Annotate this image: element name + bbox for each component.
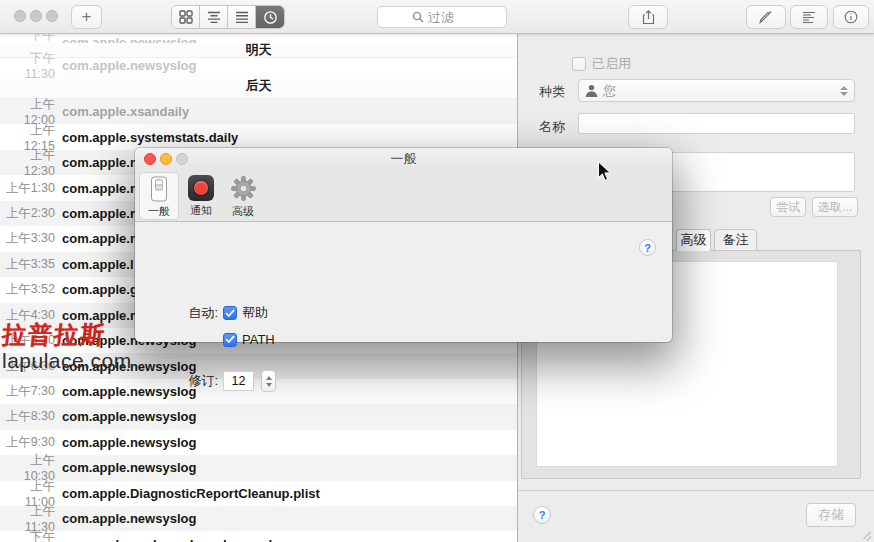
enabled-label: 已启用 [592, 55, 631, 73]
job-name: com.apple.appleseed.seedusaged [62, 537, 272, 542]
job-name: com.apple.g [62, 282, 138, 297]
job-name: com.apple.l [62, 257, 134, 272]
view-mode-segmented-control [171, 5, 285, 29]
share-icon [642, 10, 655, 25]
name-label: 名称 [539, 118, 565, 136]
app-window: + [0, 0, 874, 542]
section-header-day-after-tomorrow: 后天 [0, 73, 517, 99]
tab-general[interactable]: 一般 [139, 172, 179, 220]
job-name: com.apple.n [62, 308, 138, 323]
list-item[interactable]: 下午11:30 com.apple.newsyslog [0, 58, 517, 73]
resize-grip[interactable] [861, 529, 872, 540]
minimize-window-button[interactable] [30, 10, 42, 22]
job-name: com.apple.newsyslog [62, 511, 196, 526]
kind-label: 种类 [539, 83, 565, 101]
search-icon [412, 11, 424, 23]
light-switch-icon [150, 176, 168, 202]
list-item[interactable]: 上午11:30 com.apple.newsyslog [0, 506, 517, 531]
job-time: 下午12:00 [0, 529, 62, 542]
list-item[interactable]: 上午10:30 com.apple.newsyslog [0, 455, 517, 480]
tab-notifications[interactable]: 通知 [181, 172, 221, 220]
list-item[interactable]: 上午12:00 com.apple.xsandaily [0, 99, 517, 124]
job-time: 上午2:30 [0, 205, 62, 222]
revision-input[interactable]: 12 [223, 371, 254, 391]
path-checkbox-label: PATH [242, 332, 275, 347]
schedule-view-icon[interactable] [256, 6, 284, 28]
auto-label: 自动: [135, 304, 218, 322]
job-time: 上午6:30 [0, 358, 62, 375]
dialog-content: 自动: 帮助 PATH 修订: 12 [135, 222, 672, 342]
add-job-button[interactable]: + [71, 5, 102, 29]
tab-advanced[interactable]: 高级 [676, 229, 711, 251]
checkmark-icon [225, 309, 235, 318]
gear-icon [230, 175, 257, 202]
dialog-title-bar[interactable]: 一般 [135, 148, 672, 170]
enabled-checkbox[interactable] [572, 57, 586, 71]
panel-separator [518, 490, 874, 491]
job-name: com.apple.newsyslog [62, 409, 196, 424]
dialog-title: 一般 [391, 150, 417, 168]
list-item[interactable]: 上午11:00 com.apple.DiagnosticReportCleanu… [0, 481, 517, 506]
job-time: 上午1:30 [0, 180, 62, 197]
dialog-toolbar: 一般 通知 高级 [135, 170, 672, 222]
job-name: com.apple.newsyslog [62, 460, 196, 475]
job-time: 上午5:30 [0, 332, 62, 349]
zoom-window-button[interactable] [46, 10, 58, 22]
close-window-button[interactable] [14, 10, 26, 22]
list-centered-view-icon[interactable] [200, 6, 228, 28]
path-checkbox[interactable] [223, 333, 237, 347]
list-item[interactable]: 下午12:00 com.apple.appleseed.seedusaged [0, 531, 517, 542]
info-icon [844, 10, 858, 24]
dialog-zoom-button [176, 153, 188, 165]
job-name: com.apple.n [62, 181, 138, 196]
preferences-dialog: 一般 一般 通知 [135, 148, 672, 342]
job-name: com.apple.xsandaily [62, 104, 189, 119]
list-item[interactable]: 上午12:15 com.apple.systemstats.daily [0, 124, 517, 149]
section-header-tomorrow: 明天 [0, 43, 517, 58]
log-lines-icon [802, 11, 816, 24]
list-item[interactable]: 上午8:30 com.apple.newsyslog [0, 404, 517, 429]
job-name: com.apple.n [62, 155, 138, 170]
list-item[interactable]: 上午9:30 com.apple.newsyslog [0, 430, 517, 455]
save-button[interactable]: 存储 [806, 503, 856, 527]
kind-popup-button[interactable]: 您 [578, 79, 855, 102]
job-name: com.apple.systemstats.daily [62, 130, 238, 145]
job-name: com.apple.newsyslog [62, 435, 196, 450]
tab-advanced-prefs[interactable]: 高级 [223, 172, 263, 220]
panel-help-button[interactable]: ? [533, 506, 551, 524]
checkmark-icon [225, 335, 235, 344]
job-time: 上午8:30 [0, 408, 62, 425]
dialog-minimize-button[interactable] [160, 153, 172, 165]
chevron-up-down-icon [840, 86, 848, 96]
job-time: 上午3:30 [0, 230, 62, 247]
notification-icon [188, 175, 214, 201]
search-input[interactable] [428, 10, 472, 25]
dialog-close-button[interactable] [144, 153, 156, 165]
revision-label: 修订: [135, 372, 218, 390]
job-time: 上午3:35 [0, 256, 62, 273]
job-time: 上午9:30 [0, 434, 62, 451]
choose-button[interactable]: 选取... [812, 197, 858, 217]
person-icon [585, 84, 598, 97]
help-checkbox[interactable] [223, 306, 237, 320]
job-name: com.apple.n [62, 206, 138, 221]
job-time: 上午12:30 [0, 147, 62, 178]
job-name: com.apple.n [62, 231, 138, 246]
main-toolbar: + [0, 0, 874, 34]
pencil-icon [759, 10, 773, 24]
dialog-help-button[interactable]: ? [639, 239, 656, 256]
tab-notes[interactable]: 备注 [714, 229, 757, 251]
revision-stepper[interactable] [261, 370, 276, 392]
log-button[interactable] [790, 5, 828, 29]
try-button[interactable]: 尝试 [770, 197, 806, 217]
help-checkbox-label: 帮助 [242, 304, 268, 322]
info-button[interactable] [833, 5, 869, 29]
share-button[interactable] [628, 5, 668, 29]
list-view-icon[interactable] [228, 6, 256, 28]
edit-job-button[interactable] [746, 5, 786, 29]
grid-view-icon[interactable] [172, 6, 200, 28]
kind-selected-value: 您 [603, 82, 835, 100]
job-time: 上午3:52 [0, 281, 62, 298]
filter-search-field[interactable] [377, 6, 507, 28]
name-input[interactable] [578, 113, 855, 134]
